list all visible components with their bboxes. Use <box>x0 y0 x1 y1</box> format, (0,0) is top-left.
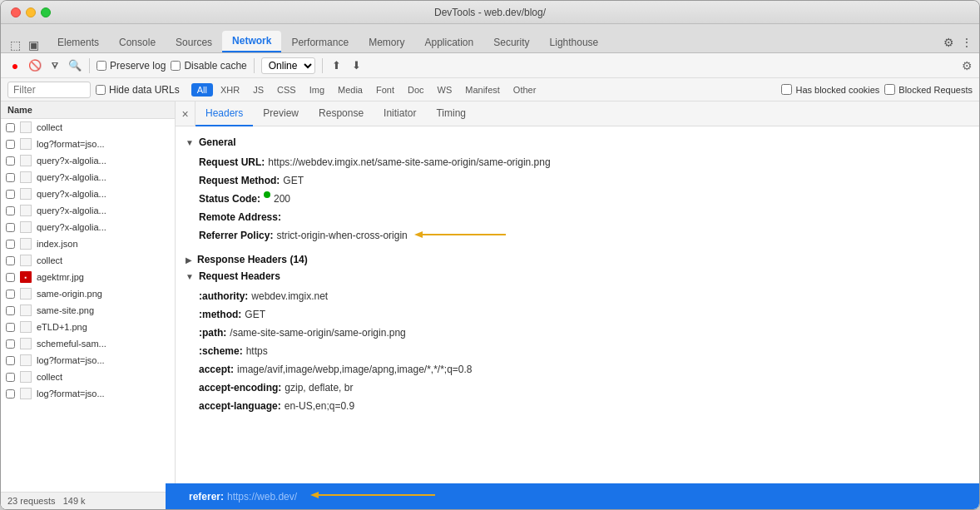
separator <box>89 58 90 73</box>
detail-tabs: × Headers Preview Response Initiator Tim… <box>176 102 979 126</box>
request-headers-section-header[interactable]: ▼ Request Headers <box>186 270 969 282</box>
list-item[interactable]: query?x-algolia... <box>1 219 175 235</box>
item-checkbox[interactable] <box>6 140 15 149</box>
item-checkbox[interactable] <box>6 273 15 282</box>
blocked-requests-input[interactable] <box>884 84 895 95</box>
list-item[interactable]: log?format=jso... <box>1 352 175 369</box>
filter-media[interactable]: Media <box>332 83 369 97</box>
filter-doc[interactable]: Doc <box>402 83 430 97</box>
filter-font[interactable]: Font <box>370 83 400 97</box>
dock-icon[interactable]: ▣ <box>26 37 41 52</box>
item-checkbox[interactable] <box>6 190 15 199</box>
toolbar: ● 🚫 ⛛ 🔍 Preserve log Disable cache Onlin… <box>1 53 979 78</box>
item-checkbox[interactable] <box>6 356 15 365</box>
list-item[interactable]: log?format=jso... <box>1 385 175 402</box>
record-button[interactable]: ● <box>7 58 22 73</box>
tab-headers[interactable]: Headers <box>196 102 253 126</box>
tab-application[interactable]: Application <box>414 32 483 52</box>
list-item[interactable]: same-origin.png <box>1 285 175 302</box>
filter-all[interactable]: All <box>191 83 213 97</box>
filter-img[interactable]: Img <box>304 83 330 97</box>
tab-timing[interactable]: Timing <box>426 102 476 126</box>
filter-css[interactable]: CSS <box>271 83 302 97</box>
filter-manifest[interactable]: Manifest <box>459 83 506 97</box>
list-item[interactable]: log?format=jso... <box>1 136 175 152</box>
filter-js[interactable]: JS <box>247 83 270 97</box>
item-checkbox[interactable] <box>6 323 15 332</box>
hide-data-urls-checkbox[interactable]: Hide data URLs <box>96 84 180 96</box>
toolbar-settings-icon[interactable]: ⚙ <box>962 59 973 72</box>
filter-icon[interactable]: ⛛ <box>47 58 62 73</box>
import-icon[interactable]: ⬆ <box>329 58 344 73</box>
list-item[interactable]: collect <box>1 369 175 385</box>
tab-performance[interactable]: Performance <box>281 32 359 52</box>
maximize-button[interactable] <box>41 7 51 17</box>
tab-memory[interactable]: Memory <box>359 32 414 52</box>
item-checkbox[interactable] <box>6 339 15 349</box>
item-checkbox[interactable] <box>6 173 15 182</box>
item-checkbox[interactable] <box>6 223 15 232</box>
has-blocked-cookies-checkbox[interactable]: Has blocked cookies <box>781 84 879 95</box>
filter-xhr[interactable]: XHR <box>215 83 245 97</box>
list-item[interactable]: index.json <box>1 235 175 252</box>
referer-value: https://web.dev/ <box>227 491 297 503</box>
item-checkbox[interactable] <box>6 240 15 249</box>
clear-button[interactable]: 🚫 <box>27 58 42 73</box>
cursor-icon[interactable]: ⬚ <box>7 37 22 52</box>
filter-input[interactable] <box>7 82 91 98</box>
tab-sources[interactable]: Sources <box>166 32 222 52</box>
has-blocked-cookies-input[interactable] <box>781 84 792 95</box>
general-section-header[interactable]: ▼ General <box>186 136 969 148</box>
disable-cache-checkbox[interactable]: Disable cache <box>171 60 246 72</box>
item-name: query?x-algolia... <box>37 189 106 199</box>
filter-end: Has blocked cookies Blocked Requests <box>781 84 973 95</box>
blocked-requests-checkbox[interactable]: Blocked Requests <box>884 84 973 95</box>
list-item[interactable]: query?x-algolia... <box>1 152 175 169</box>
request-icon <box>20 171 32 183</box>
tab-network[interactable]: Network <box>222 31 281 52</box>
item-checkbox[interactable] <box>6 306 15 315</box>
list-item[interactable]: query?x-algolia... <box>1 202 175 219</box>
item-checkbox[interactable] <box>6 156 15 166</box>
request-icon <box>20 121 32 133</box>
response-headers-section-header[interactable]: ▶ Response Headers (14) <box>186 254 969 265</box>
filter-ws[interactable]: WS <box>432 83 458 97</box>
list-item[interactable]: query?x-algolia... <box>1 186 175 202</box>
settings-icon[interactable]: ⚙ <box>943 36 954 49</box>
throttle-select[interactable]: Online <box>261 57 315 74</box>
tab-lighthouse[interactable]: Lighthouse <box>540 32 609 52</box>
item-name: query?x-algolia... <box>37 172 106 182</box>
list-item[interactable]: ▪ agektmr.jpg <box>1 269 175 285</box>
list-item[interactable]: collect <box>1 119 175 136</box>
tab-console[interactable]: Console <box>109 32 166 52</box>
tab-security[interactable]: Security <box>483 32 539 52</box>
item-checkbox[interactable] <box>6 256 15 265</box>
preserve-log-checkbox[interactable]: Preserve log <box>97 60 166 72</box>
filter-other[interactable]: Other <box>507 83 542 97</box>
item-checkbox[interactable] <box>6 389 15 399</box>
tab-elements[interactable]: Elements <box>47 32 109 52</box>
more-icon[interactable]: ⋮ <box>961 36 973 49</box>
close-button[interactable] <box>11 7 21 17</box>
preserve-log-input[interactable] <box>97 61 106 71</box>
tab-initiator[interactable]: Initiator <box>374 102 426 126</box>
tab-preview[interactable]: Preview <box>253 102 309 126</box>
list-item[interactable]: eTLD+1.png <box>1 319 175 335</box>
disable-cache-input[interactable] <box>171 61 181 71</box>
tab-response[interactable]: Response <box>309 102 374 126</box>
request-url-row: Request URL: https://webdev.imgix.net/sa… <box>186 153 969 171</box>
detail-close-button[interactable]: × <box>176 102 196 126</box>
list-item[interactable]: same-site.png <box>1 302 175 319</box>
hide-data-urls-input[interactable] <box>96 85 106 95</box>
list-item[interactable]: collect <box>1 252 175 269</box>
accept-encoding-row: accept-encoding: gzip, deflate, br <box>186 379 969 397</box>
list-item[interactable]: schemeful-sam... <box>1 335 175 352</box>
search-icon[interactable]: 🔍 <box>67 58 82 73</box>
minimize-button[interactable] <box>26 7 36 17</box>
item-checkbox[interactable] <box>6 206 15 215</box>
item-checkbox[interactable] <box>6 290 15 299</box>
item-checkbox[interactable] <box>6 123 15 132</box>
list-item[interactable]: query?x-algolia... <box>1 169 175 186</box>
export-icon[interactable]: ⬇ <box>349 58 364 73</box>
item-checkbox[interactable] <box>6 373 15 382</box>
